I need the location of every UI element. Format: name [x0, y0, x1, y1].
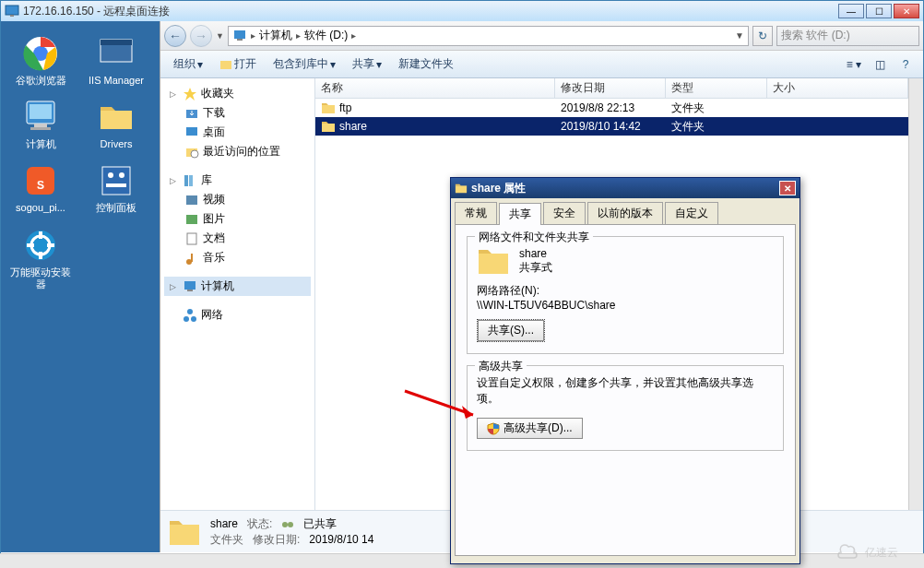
svg-point-16 — [119, 172, 124, 178]
dialog-titlebar[interactable]: share 属性 ✕ — [451, 178, 800, 198]
tab-security[interactable]: 安全 — [543, 202, 586, 224]
vertical-scrollbar[interactable] — [908, 78, 923, 510]
view-options-icon[interactable]: ≡ ▾ — [844, 55, 864, 74]
svg-rect-24 — [234, 30, 245, 39]
minimize-button[interactable]: — — [838, 4, 864, 18]
nav-recent[interactable]: 最近访问的位置 — [164, 142, 311, 161]
share-name: share — [519, 247, 552, 260]
desktop-icon-driver-installer[interactable]: 万能驱动安装器 — [6, 222, 75, 294]
svg-marker-54 — [479, 250, 492, 254]
desktop-icon-control-panel[interactable]: 控制面板 — [82, 158, 150, 218]
status-name: share — [210, 517, 238, 530]
toolbar-open[interactable]: 打开 — [214, 54, 262, 74]
column-size[interactable]: 大小 — [767, 78, 908, 98]
svg-marker-11 — [101, 111, 132, 129]
svg-marker-44 — [322, 103, 328, 105]
desktop-icon-chrome[interactable]: 谷歌浏览器 — [6, 30, 75, 90]
svg-marker-49 — [170, 525, 199, 545]
svg-point-41 — [184, 316, 189, 322]
svg-point-31 — [191, 150, 198, 158]
svg-rect-21 — [39, 252, 42, 259]
nav-music[interactable]: 音乐 — [164, 248, 311, 267]
network-path-value: \\WIN-LT5UV64BBUC\share — [477, 299, 774, 312]
nav-network[interactable]: 网络 — [164, 305, 311, 325]
column-name[interactable]: 名称 — [315, 78, 555, 98]
network-path-label: 网络路径(N): — [477, 283, 774, 299]
column-type[interactable]: 类型 — [666, 78, 767, 98]
toolbar-share[interactable]: 共享 ▾ — [347, 54, 387, 74]
tab-custom[interactable]: 自定义 — [665, 202, 718, 224]
svg-marker-45 — [322, 105, 335, 113]
svg-rect-1 — [10, 15, 14, 17]
share-state: 共享式 — [519, 260, 552, 276]
nav-libraries[interactable]: ▷库 — [164, 171, 311, 190]
svg-rect-40 — [187, 290, 193, 291]
desktop-icon-computer[interactable]: 计算机 — [6, 94, 75, 154]
file-row-share[interactable]: share 2019/8/10 14:42 文件夹 — [315, 117, 908, 136]
svg-rect-17 — [106, 183, 126, 187]
preview-pane-icon[interactable]: ◫ — [870, 55, 890, 74]
svg-point-42 — [191, 316, 196, 322]
addr-computer: 计算机 — [259, 28, 292, 43]
advanced-share-button[interactable]: 高级共享(D)... — [477, 418, 583, 439]
svg-rect-14 — [102, 167, 130, 195]
svg-rect-38 — [191, 254, 193, 262]
svg-point-15 — [108, 172, 113, 178]
desktop-icon-iis[interactable]: IIS Manager — [82, 30, 150, 90]
svg-text:S: S — [37, 179, 44, 192]
svg-point-51 — [288, 522, 293, 527]
remote-desktop[interactable]: 谷歌浏览器 IIS Manager 计算机 Drivers S sogou_pi… — [1, 21, 160, 552]
addr-drive: 软件 (D:) — [304, 28, 348, 43]
tab-previous-versions[interactable]: 以前的版本 — [587, 202, 663, 224]
svg-rect-22 — [27, 243, 34, 247]
toolbar-include[interactable]: 包含到库中 ▾ — [267, 54, 341, 74]
desktop-icon-drivers[interactable]: Drivers — [82, 94, 150, 154]
svg-rect-23 — [47, 243, 54, 247]
nav-computer[interactable]: ▷计算机 — [164, 277, 311, 296]
forward-button[interactable]: → — [190, 25, 212, 47]
groupbox-network-share: 网络文件和文件夹共享 share 共享式 网络路径(N): \\WIN-LT5U… — [467, 236, 784, 354]
nav-favorites[interactable]: ▷收藏夹 — [164, 84, 311, 103]
svg-rect-7 — [30, 104, 52, 119]
svg-marker-52 — [456, 184, 461, 186]
back-button[interactable]: ← — [164, 25, 186, 47]
svg-marker-48 — [170, 521, 183, 525]
navigation-pane[interactable]: ▷收藏夹 下载 桌面 最近访问的位置 ▷库 视频 图片 文档 音乐 ▷计算机 网… — [160, 78, 315, 510]
rdp-ip: 172.16.16.150 — [23, 5, 94, 18]
nav-pictures[interactable]: 图片 — [164, 209, 311, 229]
column-date[interactable]: 修改日期 — [555, 78, 666, 98]
share-button[interactable]: 共享(S)... — [478, 320, 544, 341]
tab-share[interactable]: 共享 — [499, 203, 541, 225]
dialog-close-button[interactable]: ✕ — [779, 181, 796, 195]
desktop-icon-sogou[interactable]: S sogou_pi... — [6, 158, 75, 218]
rdp-title: - 远程桌面连接 — [97, 5, 170, 18]
svg-rect-33 — [189, 175, 193, 186]
toolbar-new-folder[interactable]: 新建文件夹 — [393, 54, 459, 74]
file-row-ftp[interactable]: ftp 2019/8/8 22:13 文件夹 — [315, 99, 908, 117]
address-bar[interactable]: ▸ 计算机 ▸ 软件 (D:) ▸ ▼ — [228, 26, 749, 46]
toolbar-organize[interactable]: 组织 ▾ — [168, 54, 208, 74]
refresh-button[interactable]: ↻ — [752, 26, 773, 46]
svg-point-43 — [187, 309, 193, 314]
rdp-titlebar: 172.16.16.150 - 远程桌面连接 — ☐ ✕ — [1, 1, 923, 21]
groupbox-advanced-share: 高级共享 设置自定义权限，创建多个共享，并设置其他高级共享选项。 高级共享(D)… — [467, 365, 784, 451]
svg-rect-35 — [186, 215, 197, 224]
nav-documents[interactable]: 文档 — [164, 229, 311, 248]
computer-icon — [232, 29, 247, 43]
help-icon[interactable]: ? — [895, 55, 916, 74]
explorer-toolbar: 组织 ▾ 打开 包含到库中 ▾ 共享 ▾ 新建文件夹 ≡ ▾ ◫ ? — [160, 51, 923, 78]
close-button[interactable]: ✕ — [894, 4, 919, 18]
svg-rect-29 — [186, 127, 197, 136]
svg-rect-9 — [30, 127, 51, 130]
svg-marker-27 — [184, 88, 196, 101]
nav-downloads[interactable]: 下载 — [164, 103, 311, 123]
properties-dialog: share 属性 ✕ 常规 共享 安全 以前的版本 自定义 网络文件和文件夹共享… — [450, 177, 800, 564]
svg-rect-5 — [101, 40, 132, 45]
nav-videos[interactable]: 视频 — [164, 190, 311, 209]
rdp-icon — [5, 4, 19, 18]
maximize-button[interactable]: ☐ — [866, 4, 892, 18]
nav-desktop[interactable]: 桌面 — [164, 123, 311, 142]
tab-general[interactable]: 常规 — [455, 202, 497, 224]
svg-rect-0 — [6, 6, 18, 15]
search-input[interactable]: 搜索 软件 (D:) — [776, 26, 919, 46]
